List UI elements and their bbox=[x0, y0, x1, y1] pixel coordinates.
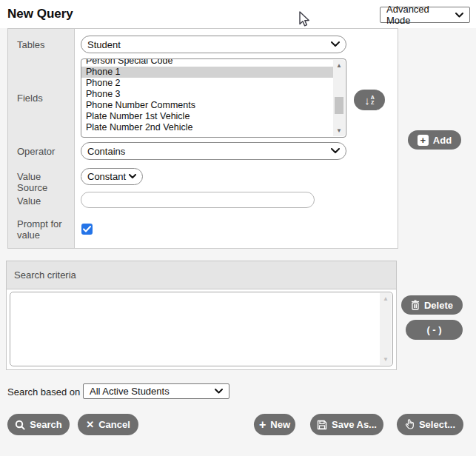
select-button[interactable]: Select... bbox=[397, 414, 463, 435]
sort-az-button[interactable]: ↓ AZ bbox=[354, 90, 385, 110]
list-item[interactable]: Phone Number Comments bbox=[81, 100, 333, 111]
tables-label: Tables bbox=[17, 39, 72, 50]
save-icon bbox=[317, 420, 327, 430]
add-button-label: Add bbox=[433, 135, 452, 146]
list-item[interactable]: Phone 2 bbox=[81, 78, 333, 89]
fields-label: Fields bbox=[17, 93, 72, 104]
operator-label: Operator bbox=[17, 146, 72, 157]
scroll-up-icon[interactable]: ▲ bbox=[380, 293, 392, 304]
tables-select[interactable]: Student bbox=[81, 36, 346, 53]
list-item[interactable]: Person Special Code bbox=[81, 58, 333, 67]
label-column bbox=[8, 29, 75, 248]
scrollbar-thumb[interactable] bbox=[335, 97, 343, 114]
operator-select-value: Contains bbox=[87, 146, 125, 157]
value-input[interactable] bbox=[81, 192, 315, 208]
plus-icon: + bbox=[418, 135, 429, 146]
new-button[interactable]: + New bbox=[254, 414, 295, 435]
list-item[interactable]: Plate Number 1st Vehicle bbox=[81, 111, 333, 122]
criteria-scrollbar[interactable]: ▲ ▼ bbox=[380, 293, 392, 365]
query-form-panel: Tables Fields Operator Value Source Valu… bbox=[7, 28, 398, 249]
tables-select-value: Student bbox=[87, 39, 121, 50]
scroll-down-icon[interactable]: ▼ bbox=[380, 354, 392, 365]
mode-select[interactable]: Advanced Mode bbox=[380, 7, 470, 23]
delete-button[interactable]: Delete bbox=[401, 295, 463, 315]
value-label: Value bbox=[17, 195, 72, 207]
parens-button-label: ( - ) bbox=[426, 324, 441, 335]
checkmark-icon bbox=[83, 226, 91, 232]
add-button[interactable]: + Add bbox=[408, 130, 461, 150]
chevron-down-icon bbox=[215, 389, 223, 394]
chevron-down-icon bbox=[129, 174, 136, 179]
save-as-button[interactable]: Save As... bbox=[310, 414, 383, 435]
value-source-select-value: Constant bbox=[87, 171, 126, 182]
mode-select-value: Advanced Mode bbox=[386, 4, 455, 26]
search-criteria-panel: Search criteria ▲ ▼ bbox=[6, 261, 397, 370]
search-based-on-label: Search based on bbox=[7, 386, 80, 398]
search-criteria-title: Search criteria bbox=[14, 269, 76, 281]
chevron-down-icon bbox=[331, 41, 340, 47]
save-as-button-label: Save As... bbox=[332, 419, 377, 430]
operator-select[interactable]: Contains bbox=[81, 142, 346, 160]
plus-icon: + bbox=[259, 420, 266, 430]
select-button-label: Select... bbox=[419, 419, 455, 430]
prompt-for-value-label: Prompt for value bbox=[17, 218, 72, 241]
scroll-down-icon[interactable]: ▼ bbox=[333, 125, 345, 136]
search-button-label: Search bbox=[30, 419, 61, 430]
page: New Query Advanced Mode Tables Fields Op… bbox=[0, 0, 476, 456]
cancel-button[interactable]: ✕ Cancel bbox=[78, 414, 138, 435]
search-button[interactable]: Search bbox=[7, 414, 70, 435]
fields-scrollbar[interactable]: ▲ ▼ bbox=[333, 60, 345, 136]
x-icon: ✕ bbox=[86, 420, 94, 429]
new-button-label: New bbox=[270, 419, 290, 430]
cancel-button-label: Cancel bbox=[98, 419, 130, 430]
list-item-selected[interactable]: Phone 1 bbox=[81, 67, 333, 78]
scroll-up-icon[interactable]: ▲ bbox=[333, 60, 345, 71]
search-based-on-select[interactable]: All Active Students bbox=[83, 383, 229, 399]
search-icon bbox=[15, 420, 25, 430]
delete-button-label: Delete bbox=[424, 300, 453, 311]
page-title: New Query bbox=[7, 7, 73, 21]
chevron-down-icon bbox=[455, 13, 463, 18]
fields-listbox[interactable]: Person Special Code Phone 1 Phone 2 Phon… bbox=[81, 58, 346, 138]
search-criteria-header: Search criteria bbox=[7, 261, 396, 289]
list-item[interactable]: Plate Number 2nd Vehicle bbox=[81, 122, 333, 133]
sort-az-icon: ↓ AZ bbox=[364, 95, 375, 106]
hand-pointer-icon bbox=[405, 419, 415, 430]
prompt-for-value-checkbox[interactable] bbox=[81, 224, 93, 235]
chevron-down-icon bbox=[331, 148, 340, 154]
fields-list: Person Special Code Phone 1 Phone 2 Phon… bbox=[81, 58, 333, 133]
trash-icon bbox=[411, 300, 420, 310]
search-based-on-value: All Active Students bbox=[90, 386, 170, 397]
criteria-list[interactable]: ▲ ▼ bbox=[10, 292, 393, 366]
value-source-select[interactable]: Constant bbox=[81, 168, 143, 185]
list-item[interactable]: Phone 3 bbox=[81, 89, 333, 100]
value-source-label: Value Source bbox=[17, 171, 72, 193]
parentheses-button[interactable]: ( - ) bbox=[406, 320, 463, 340]
